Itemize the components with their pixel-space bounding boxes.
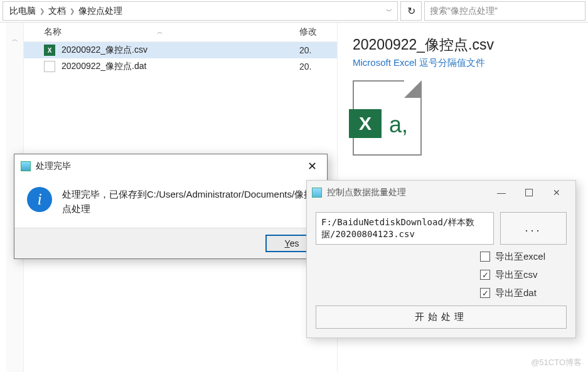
export-excel-checkbox[interactable]: 导出至excel <box>480 251 567 263</box>
messagebox-title: 处理完毕 <box>36 161 304 172</box>
refresh-icon: ↻ <box>407 5 415 17</box>
export-csv-checkbox[interactable]: ✓ 导出至csv <box>480 269 567 281</box>
preview-title: 20200922_像控点.csv <box>353 35 575 55</box>
chevron-right-icon: ❯ <box>68 8 76 14</box>
preview-filetype: Microsoft Excel 逗号分隔值文件 <box>353 57 575 69</box>
checkbox-label: 导出至dat <box>495 287 537 299</box>
square-icon <box>525 189 533 196</box>
chevron-down-icon[interactable]: ﹀ <box>383 4 395 18</box>
excel-csv-icon: X <box>44 45 55 56</box>
column-header-name[interactable]: 名称 ︿ <box>44 26 299 38</box>
file-modified: 20. <box>299 61 324 72</box>
messagebox: 处理完毕 ✕ i 处理完毕，已保存到C:/Users/Administrator… <box>14 154 328 259</box>
checkbox-label: 导出至excel <box>495 251 545 263</box>
file-row[interactable]: X 20200922_像控点.csv 20. <box>24 42 337 58</box>
excel-x-glyph: X <box>349 109 382 138</box>
app-icon <box>312 188 322 198</box>
search-input[interactable]: 搜索"像控点处理" <box>424 1 585 21</box>
csv-a-glyph: a, <box>389 112 408 138</box>
file-name: 20200922_像控点.dat <box>61 61 293 72</box>
app-icon <box>21 161 31 171</box>
maximize-button[interactable] <box>515 184 543 201</box>
address-bar[interactable]: 比电脑 ❯ 文档 ❯ 像控点处理 ﹀ <box>3 1 398 21</box>
generic-file-icon <box>44 61 55 72</box>
window-title: 控制点数据批量处理 <box>327 187 488 198</box>
breadcrumb-item[interactable]: 文档 <box>46 3 68 19</box>
browse-button[interactable]: ... <box>500 212 567 245</box>
csv-file-icon: X a, <box>353 80 422 156</box>
messagebox-text: 处理完毕，已保存到C:/Users/Administrator/Document… <box>62 187 314 216</box>
batch-process-window: 控制点数据批量处理 — ✕ F:/BaiduNetdiskDownload/样本… <box>306 180 576 338</box>
search-placeholder: 搜索"像控点处理" <box>430 6 498 17</box>
close-button[interactable]: ✕ <box>543 184 570 201</box>
chevron-up-icon[interactable]: ︿ <box>12 35 18 44</box>
breadcrumb-item[interactable]: 比电脑 <box>7 3 38 19</box>
file-row[interactable]: 20200922_像控点.dat 20. <box>24 58 337 75</box>
checkbox-label: 导出至csv <box>495 269 538 281</box>
start-process-button[interactable]: 开始处理 <box>316 306 567 329</box>
checkbox-icon: ✓ <box>480 288 490 298</box>
breadcrumb-item[interactable]: 像控点处理 <box>76 3 125 19</box>
path-input[interactable]: F:/BaiduNetdiskDownload/样本数据/20200804123… <box>316 212 494 245</box>
checkbox-icon: ✓ <box>480 270 490 280</box>
file-name: 20200922_像控点.csv <box>61 45 293 56</box>
watermark: @51CTO博客 <box>531 357 582 368</box>
checkbox-icon <box>480 252 490 262</box>
sort-asc-icon: ︿ <box>157 28 163 36</box>
truncated-nav-fragment: ati J tc m J <box>0 23 6 372</box>
chevron-right-icon: ❯ <box>38 8 46 14</box>
file-modified: 20. <box>299 45 324 55</box>
close-button[interactable]: ✕ <box>304 159 321 173</box>
refresh-button[interactable]: ↻ <box>400 1 422 21</box>
export-dat-checkbox[interactable]: ✓ 导出至dat <box>480 287 567 299</box>
info-icon: i <box>27 187 52 212</box>
column-header-modified[interactable]: 修改 <box>299 26 324 38</box>
minimize-button[interactable]: — <box>488 184 515 201</box>
